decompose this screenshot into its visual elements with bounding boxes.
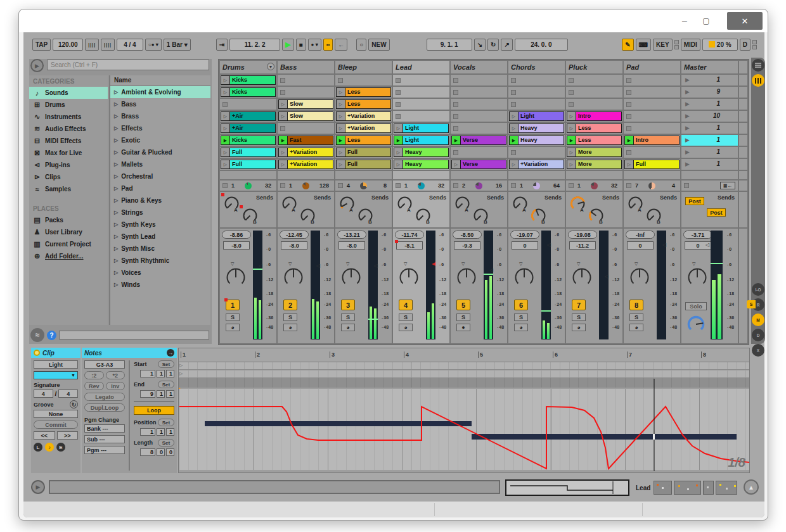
clip-playing-icon[interactable]: ▶: [567, 136, 576, 144]
fader-position-marker[interactable]: ◁: [316, 263, 320, 269]
expand-icon[interactable]: ▷: [114, 210, 118, 215]
track-status-chords[interactable]: 164: [508, 180, 565, 191]
track-status-pluck[interactable]: 132: [566, 180, 622, 191]
show-sends-toggle[interactable]: S: [747, 300, 756, 308]
computer-midi-keyboard-button[interactable]: ⌨: [636, 39, 651, 51]
sidebar-item-plug-ins[interactable]: ⊲Plug-ins: [29, 159, 108, 171]
device-thumbnail[interactable]: [654, 481, 672, 495]
volume-field[interactable]: 0: [512, 241, 538, 250]
output-meter-value[interactable]: -8.50: [453, 231, 482, 239]
pan-knob[interactable]: [456, 267, 477, 291]
device-thumbnail[interactable]: [716, 481, 737, 495]
clip-stop-icon[interactable]: [280, 78, 285, 83]
clip-slot[interactable]: ▶Light: [393, 135, 449, 146]
scene-launch-icon[interactable]: ▶: [685, 101, 690, 107]
half-time-button[interactable]: :2: [84, 371, 104, 379]
clip-slot[interactable]: [393, 75, 449, 86]
clip-stop-icon[interactable]: [569, 90, 574, 95]
clip-slot[interactable]: ▶Intro: [624, 135, 680, 146]
follow-notes-icon[interactable]: →: [167, 349, 174, 357]
clip-slot[interactable]: [566, 87, 622, 98]
clip-slot[interactable]: ▷Verse: [451, 159, 507, 170]
clip-stop-icon[interactable]: [222, 102, 228, 107]
arm-button[interactable]: ◕: [399, 324, 413, 331]
scene-launch-icon[interactable]: ▶: [685, 137, 690, 143]
scene-list-icon[interactable]: ≣←: [720, 182, 735, 189]
clip-slot[interactable]: ▷Full: [335, 147, 392, 158]
scene-slot[interactable]: ▶1: [681, 75, 738, 86]
next-clip-button[interactable]: >>: [57, 431, 79, 440]
fader-position-marker[interactable]: ◁: [547, 242, 551, 248]
clip-stop-icon[interactable]: [569, 102, 574, 107]
track-stop-icon[interactable]: [453, 183, 458, 188]
expand-icon[interactable]: ▷: [114, 174, 118, 179]
browser-item[interactable]: ▷Exotic: [110, 134, 210, 146]
clip-slot[interactable]: [624, 111, 680, 122]
double-time-button[interactable]: *2: [106, 371, 126, 379]
expand-icon[interactable]: ▷: [114, 246, 118, 251]
device-thumbnail[interactable]: [703, 481, 714, 495]
sub-bank-select[interactable]: Sub ---: [84, 435, 125, 443]
volume-field[interactable]: -8.0: [223, 241, 250, 250]
clip-stop-icon[interactable]: [626, 102, 631, 107]
preview-icon[interactable]: ≈: [30, 328, 44, 342]
track-activator-button[interactable]: 7: [572, 300, 586, 310]
expand-icon[interactable]: ▷: [114, 113, 118, 119]
clip-stop-icon[interactable]: [626, 150, 631, 155]
back-to-arrangement-button[interactable]: ←: [335, 39, 347, 51]
browser-item[interactable]: ▷Ambient & Evolving: [110, 86, 210, 98]
arm-button[interactable]: ◕: [629, 324, 643, 331]
clip-slot[interactable]: [624, 99, 680, 110]
master-solo-button[interactable]: Solo: [685, 302, 707, 310]
pan-knob[interactable]: [513, 267, 535, 291]
loop-toggle-button[interactable]: Loop: [134, 406, 174, 415]
clip-launch-icon[interactable]: ▷: [567, 160, 576, 168]
midi-overdub-button[interactable]: ••: [323, 39, 333, 51]
clip-slot[interactable]: [508, 75, 565, 86]
volume-field[interactable]: -8.0: [281, 241, 307, 250]
clip-launch-icon[interactable]: ▷: [337, 124, 345, 132]
cue-volume-knob[interactable]: [686, 315, 705, 336]
clip-launch-icon[interactable]: ▷: [221, 124, 230, 132]
clip-stop-icon[interactable]: [280, 126, 285, 131]
midi-note-editor[interactable]: 12345678 ▷ ▷ 1/8: [178, 348, 750, 473]
clip-slot[interactable]: [393, 87, 449, 98]
midi-note[interactable]: [205, 421, 472, 426]
volume-field[interactable]: -9.3: [454, 241, 480, 250]
clip-launch-icon[interactable]: ▷: [337, 112, 345, 120]
clip-stop-icon[interactable]: [396, 78, 401, 83]
start-digit[interactable]: 1: [166, 370, 174, 377]
track-status-vocals[interactable]: 216: [451, 180, 507, 191]
clip-launch-icon[interactable]: ▷: [394, 148, 403, 156]
clip-slot[interactable]: ▷Slow: [278, 99, 334, 110]
clip-slot[interactable]: [451, 75, 507, 86]
solo-button[interactable]: S: [629, 314, 643, 321]
clip-stop-icon[interactable]: [511, 150, 516, 155]
clip-launch-icon[interactable]: ▷: [510, 160, 519, 168]
prev-clip-button[interactable]: <<: [34, 431, 55, 440]
clip-slot[interactable]: ▷+Air: [220, 123, 276, 134]
track-activator-button[interactable]: 5: [456, 300, 470, 310]
track-activator-button[interactable]: 8: [629, 300, 643, 310]
position-set-button[interactable]: Set: [158, 419, 174, 426]
new-button[interactable]: NEW: [368, 39, 389, 51]
device-thumbnail[interactable]: [674, 481, 702, 495]
browser-item[interactable]: ▷Strings: [110, 206, 210, 218]
clip-launch-icon[interactable]: ▷: [510, 124, 519, 132]
expand-icon[interactable]: ▷: [114, 162, 118, 167]
scene-launch-icon[interactable]: ▶: [685, 149, 690, 155]
clip-launch-icon[interactable]: ▷: [221, 160, 230, 168]
clip-stop-icon[interactable]: [396, 90, 401, 95]
browser-item[interactable]: ▷Synth Keys: [110, 218, 210, 231]
cpu-meter[interactable]: 20 %: [702, 39, 738, 51]
scene-slot[interactable]: ▶1: [681, 159, 738, 170]
clip-slot[interactable]: ▷Kicks: [220, 75, 276, 86]
clip-launch-icon[interactable]: ▷: [221, 148, 230, 156]
scene-launch-icon[interactable]: ▶: [685, 113, 690, 119]
fader-position-marker[interactable]: ◀: [432, 261, 435, 267]
sidebar-item-user-library[interactable]: ♟User Library: [29, 226, 108, 238]
solo-button[interactable]: S: [226, 314, 240, 321]
clip-playing-icon[interactable]: ▶: [510, 136, 519, 144]
commit-button[interactable]: Commit: [34, 421, 78, 429]
end-digit[interactable]: 9: [140, 390, 155, 398]
